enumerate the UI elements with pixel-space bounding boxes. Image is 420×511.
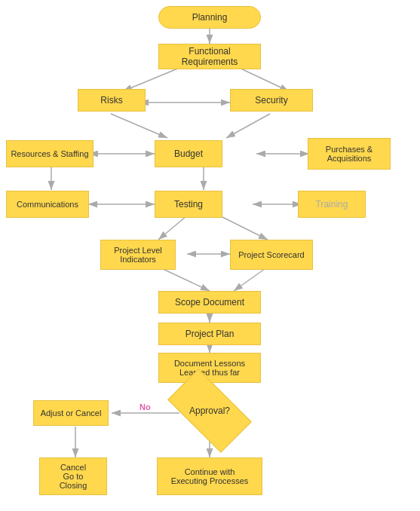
project-scorecard-label: Project Scorecard — [238, 250, 304, 259]
svg-line-6 — [111, 114, 167, 138]
budget-label: Budget — [174, 148, 203, 159]
project-plan-node: Project Plan — [158, 323, 261, 345]
scope-document-label: Scope Document — [175, 297, 244, 308]
adjust-cancel-node: Adjust or Cancel — [33, 400, 109, 426]
security-label: Security — [255, 95, 287, 106]
risks-node: Risks — [78, 89, 146, 112]
planning-label: Planning — [192, 12, 228, 23]
approval-label: Approval? — [189, 405, 230, 416]
testing-label: Testing — [174, 199, 203, 210]
security-node: Security — [230, 89, 313, 112]
purchases-acquisitions-node: Purchases & Acquisitions — [308, 138, 391, 170]
planning-node: Planning — [158, 6, 261, 29]
adjust-cancel-label: Adjust or Cancel — [41, 408, 102, 418]
svg-line-15 — [221, 216, 268, 240]
document-lessons-node: Document Lessons Learned thus far — [158, 353, 261, 383]
project-scorecard-node: Project Scorecard — [230, 240, 313, 270]
cancel-closing-label: Cancel Go to Closing — [60, 463, 87, 490]
project-plan-label: Project Plan — [185, 329, 235, 339]
svg-line-7 — [226, 114, 270, 138]
functional-requirements-node: Functional Requirements — [158, 44, 261, 69]
project-level-indicators-label: Project Level Indicators — [114, 246, 162, 264]
svg-line-4 — [236, 66, 289, 91]
continue-executing-label: Continue with Executing Processes — [171, 467, 249, 485]
resources-staffing-node: Resources & Staffing — [6, 140, 94, 167]
document-lessons-label: Document Lessons Learned thus far — [174, 359, 245, 377]
continue-executing-node: Continue with Executing Processes — [157, 457, 262, 495]
training-label: Training — [316, 199, 348, 210]
approval-diamond: Approval? — [172, 389, 247, 433]
resources-staffing-label: Resources & Staffing — [11, 149, 88, 158]
svg-line-14 — [158, 216, 186, 240]
risks-label: Risks — [100, 95, 122, 106]
svg-line-18 — [234, 267, 268, 291]
svg-line-17 — [158, 267, 210, 291]
scope-document-node: Scope Document — [158, 291, 261, 314]
functional-requirements-label: Functional Requirements — [182, 46, 238, 67]
testing-node: Testing — [155, 191, 222, 218]
project-level-indicators-node: Project Level Indicators — [100, 240, 176, 270]
budget-node: Budget — [155, 140, 222, 167]
purchases-acquisitions-label: Purchases & Acquisitions — [326, 145, 372, 163]
communications-node: Communications — [6, 191, 89, 218]
training-node: Training — [298, 191, 366, 218]
communications-label: Communications — [17, 200, 78, 209]
svg-text:No: No — [139, 402, 151, 412]
cancel-closing-node: Cancel Go to Closing — [39, 457, 107, 495]
svg-line-3 — [123, 66, 183, 91]
